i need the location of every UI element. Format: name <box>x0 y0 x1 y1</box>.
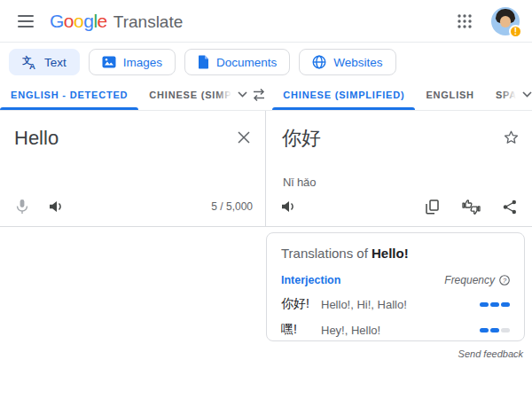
clear-text-icon[interactable] <box>233 127 254 148</box>
translated-text: 你好 <box>266 111 532 152</box>
target-panel-toolbar <box>277 195 521 218</box>
dictionary-row[interactable]: 嘿! Hey!, Hello! <box>281 322 510 338</box>
frequency-bars <box>480 302 510 307</box>
help-icon[interactable]: ? <box>499 275 510 286</box>
dictionary-card: Translations of Hello! Interjection Freq… <box>266 232 525 341</box>
part-of-speech-row: Interjection Frequency ? <box>281 274 510 286</box>
save-translation-star-icon[interactable] <box>500 127 521 148</box>
dictionary-gloss: Hey!, Hello! <box>321 324 380 337</box>
part-of-speech: Interjection <box>281 274 340 286</box>
transliteration: Nǐ hǎo <box>283 176 317 189</box>
rate-translation-icon[interactable] <box>459 195 482 218</box>
microphone-icon[interactable] <box>11 195 34 218</box>
target-language-tabs: CHINESE (SIMPLIFIED) ENGLISH SPANISH <box>267 79 532 110</box>
source-lang-chinese[interactable]: CHINESE (SIMPLIFIED) <box>138 79 251 110</box>
listen-translation-icon[interactable] <box>277 195 300 218</box>
translate-icon: 文 A <box>22 55 37 70</box>
svg-text:A: A <box>29 61 35 70</box>
image-icon <box>102 56 116 68</box>
translation-panels: Hello <box>0 111 532 227</box>
language-bar: ENGLISH - DETECTED CHINESE (SIMPLIFIED) … <box>0 79 532 111</box>
google-translate-logo[interactable]: Google Translate <box>50 11 183 32</box>
character-count: 5 / 5,000 <box>211 200 253 213</box>
target-lang-spanish[interactable]: SPANISH <box>485 79 532 110</box>
swap-languages-icon[interactable] <box>251 79 267 110</box>
google-translate-page: Google Translate ! 文 A <box>0 0 532 399</box>
target-lang-chinese-simplified[interactable]: CHINESE (SIMPLIFIED) <box>272 79 415 110</box>
source-text-input[interactable]: Hello <box>0 111 265 152</box>
tab-text-label: Text <box>44 56 66 69</box>
document-icon <box>198 55 209 69</box>
chevron-down-icon[interactable] <box>522 91 532 98</box>
hamburger-menu-icon[interactable] <box>14 10 37 33</box>
frequency-header: Frequency ? <box>444 274 510 286</box>
tab-text[interactable]: 文 A Text <box>9 49 80 75</box>
dictionary-gloss: Hello!, Hi!, Hallo! <box>321 298 407 311</box>
copy-translation-icon[interactable] <box>420 195 443 218</box>
tab-documents[interactable]: Documents <box>184 49 290 75</box>
source-lang-english-detected[interactable]: ENGLISH - DETECTED <box>0 79 138 110</box>
dictionary-word: 你好! <box>281 296 313 312</box>
source-panel-toolbar: 5 / 5,000 <box>11 195 254 218</box>
globe-icon <box>312 55 326 69</box>
product-name: Translate <box>113 12 184 32</box>
tab-images-label: Images <box>123 56 162 69</box>
avatar-alert-badge: ! <box>509 25 522 38</box>
tab-documents-label: Documents <box>216 56 277 69</box>
header: Google Translate ! <box>0 0 532 43</box>
listen-source-icon[interactable] <box>44 195 67 218</box>
frequency-bars <box>480 328 510 332</box>
google-logo: Google <box>50 11 107 32</box>
svg-text:?: ? <box>503 277 507 285</box>
google-apps-grid-icon[interactable] <box>452 9 477 34</box>
tab-images[interactable]: Images <box>89 49 176 75</box>
share-translation-icon[interactable] <box>498 195 521 218</box>
dictionary-title-word: Hello! <box>372 246 409 261</box>
dictionary-word: 嘿! <box>281 322 313 338</box>
dictionary-title: Translations of Hello! <box>281 246 510 261</box>
chevron-down-icon[interactable] <box>238 91 247 98</box>
send-feedback-link[interactable]: Send feedback <box>458 348 523 359</box>
tab-websites[interactable]: Websites <box>299 49 395 75</box>
target-lang-english[interactable]: ENGLISH <box>415 79 485 110</box>
mode-tabs: 文 A Text Images D <box>0 43 532 79</box>
tab-websites-label: Websites <box>333 56 382 69</box>
target-panel: 你好 Nǐ hǎo <box>266 111 532 226</box>
dictionary-row[interactable]: 你好! Hello!, Hi!, Hallo! <box>281 296 510 312</box>
target-actions <box>420 195 521 218</box>
source-panel: Hello <box>0 111 266 226</box>
avatar[interactable]: ! <box>491 7 520 35</box>
source-language-tabs: ENGLISH - DETECTED CHINESE (SIMPLIFIED) <box>0 79 251 110</box>
